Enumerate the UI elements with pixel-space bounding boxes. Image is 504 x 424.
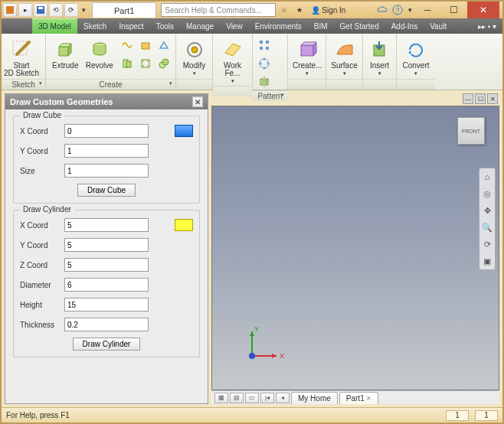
tab-environments[interactable]: Environments: [249, 18, 308, 34]
create-tool-5[interactable]: [137, 55, 154, 72]
view-mode-2[interactable]: ▤: [230, 393, 244, 403]
cyl-h-input[interactable]: [64, 298, 149, 311]
tab-view[interactable]: View: [220, 18, 249, 34]
title-bar: ▸ ⟲ ⟳ ▾ Part1 Search Help & Commands... …: [2, 2, 502, 18]
ribbon: Start 2D Sketch Sketch▾ Extrude Revolve: [2, 34, 502, 90]
nav-orbit-icon[interactable]: ⟳: [481, 238, 493, 250]
cyl-h-label: Height: [20, 301, 64, 309]
panel-header: Draw Custom Geometries ✕: [5, 94, 208, 109]
modify-button[interactable]: Modify▾: [179, 37, 209, 78]
pattern-mirror-button[interactable]: [256, 73, 273, 90]
document-tab[interactable]: Part1: [92, 2, 156, 18]
cyl-color-swatch[interactable]: [175, 219, 193, 231]
pattern-circ-button[interactable]: [256, 55, 273, 72]
sign-in-link[interactable]: 👤Sign In: [311, 6, 345, 15]
tab-inspect[interactable]: Inspect: [113, 18, 149, 34]
panel-close-button[interactable]: ✕: [192, 96, 203, 107]
insert-button[interactable]: Insert▾: [366, 37, 393, 78]
create-tool-4[interactable]: [119, 55, 136, 72]
nav-lookat-icon[interactable]: ▣: [481, 255, 493, 267]
view-first[interactable]: |◂: [260, 393, 274, 403]
qat-undo-icon[interactable]: ⟲: [49, 3, 63, 17]
create-tool-3[interactable]: [155, 37, 172, 54]
svg-marker-25: [272, 354, 277, 358]
tab-part1[interactable]: Part1 ✕: [339, 392, 379, 404]
nav-wheel-icon[interactable]: ◎: [481, 188, 493, 200]
tab-get-started[interactable]: Get Started: [334, 18, 385, 34]
view-mode-1[interactable]: ▦: [214, 393, 228, 403]
extrude-icon: [54, 38, 77, 61]
svg-rect-0: [6, 6, 14, 14]
status-help-text: For Help, press F1: [6, 411, 70, 419]
surface-button[interactable]: Surface▾: [329, 37, 359, 78]
help-icon[interactable]: ?: [391, 3, 404, 17]
qat-save-icon[interactable]: [34, 3, 47, 17]
view-mode-3[interactable]: ▭: [245, 393, 259, 403]
pattern-rect-button[interactable]: [256, 37, 273, 54]
viewport-maximize-button[interactable]: ☐: [475, 93, 486, 104]
window-minimize-button[interactable]: ─: [415, 2, 440, 18]
view-prev[interactable]: ◂: [276, 393, 290, 403]
nav-pan-icon[interactable]: ✥: [481, 204, 493, 217]
cyl-x-input[interactable]: [64, 218, 149, 232]
qat-app-icon[interactable]: [3, 3, 17, 17]
viewcube[interactable]: FRONT: [457, 117, 485, 145]
cube-size-label: Size: [20, 167, 64, 175]
qat-redo-icon[interactable]: ⟳: [64, 3, 78, 17]
ribbon-overflow-icon[interactable]: ▸▸ ▪ ▾: [472, 18, 502, 34]
draw-cylinder-button[interactable]: Draw Cylinder: [73, 338, 141, 351]
svg-point-28: [249, 353, 255, 359]
svg-rect-14: [260, 41, 263, 44]
search-dropdown-icon[interactable]: ☆: [277, 3, 291, 17]
surface-icon: [333, 38, 356, 61]
cube-size-input[interactable]: [64, 164, 149, 178]
tab-my-home[interactable]: My Home: [291, 392, 338, 404]
cyl-x-label: X Coord: [20, 221, 64, 230]
viewport-close-button[interactable]: ✕: [487, 93, 498, 104]
cube-color-swatch[interactable]: [175, 125, 193, 137]
revolve-icon: [88, 38, 111, 61]
svg-rect-9: [126, 61, 131, 67]
create-tool-2[interactable]: [137, 37, 154, 54]
ribbon-tabstrip: 3D Model Sketch Inspect Tools Manage Vie…: [2, 18, 502, 34]
model-viewport[interactable]: FRONT ⌂ ◎ ✥ 🔍 ⟳ ▣ X Y: [211, 106, 499, 390]
search-input[interactable]: Search Help & Commands...: [161, 3, 276, 17]
draw-cube-button[interactable]: Draw Cube: [77, 184, 136, 197]
svg-rect-15: [266, 41, 269, 44]
cube-x-input[interactable]: [64, 124, 149, 138]
tab-manage[interactable]: Manage: [180, 18, 220, 34]
create-tool-1[interactable]: [119, 37, 136, 54]
convert-button[interactable]: Convert▾: [400, 37, 432, 78]
help-dropdown-icon[interactable]: ▾: [406, 3, 414, 17]
create-tool-6[interactable]: [155, 55, 172, 72]
cyl-z-input[interactable]: [64, 258, 149, 272]
tab-add-ins[interactable]: Add-Ins: [385, 18, 424, 34]
work-features-button[interactable]: Work Fe...▾: [216, 37, 249, 86]
cyl-y-label: Y Coord: [20, 241, 64, 250]
tab-close-icon[interactable]: ✕: [366, 395, 371, 402]
svg-rect-7: [142, 43, 149, 49]
tab-vault[interactable]: Vault: [424, 18, 453, 34]
window-maximize-button[interactable]: ☐: [441, 2, 466, 18]
cyl-d-input[interactable]: [64, 278, 149, 292]
create-freeform-button[interactable]: Create...▾: [291, 37, 323, 78]
nav-home-icon[interactable]: ⌂: [481, 171, 493, 183]
tab-tools[interactable]: Tools: [150, 18, 180, 34]
cyl-t-input[interactable]: [64, 318, 149, 331]
start-2d-sketch-button[interactable]: Start 2D Sketch: [5, 37, 38, 79]
window-close-button[interactable]: ✕: [467, 2, 499, 18]
tab-sketch[interactable]: Sketch: [77, 18, 113, 34]
qat-dropdown-icon[interactable]: ▾: [80, 3, 87, 17]
tab-3d-model[interactable]: 3D Model: [32, 18, 77, 34]
custom-geometries-panel: Draw Custom Geometries ✕ Draw Cube X Coo…: [5, 93, 208, 404]
tab-bim[interactable]: BIM: [308, 18, 334, 34]
cube-y-input[interactable]: [64, 144, 149, 158]
favorite-icon[interactable]: ★: [293, 3, 306, 17]
cloud-icon[interactable]: [375, 3, 389, 17]
nav-zoom-icon[interactable]: 🔍: [481, 221, 493, 233]
cyl-y-input[interactable]: [64, 238, 149, 252]
extrude-button[interactable]: Extrude: [49, 37, 82, 71]
viewport-minimize-button[interactable]: —: [463, 93, 473, 104]
revolve-button[interactable]: Revolve: [83, 37, 116, 71]
qat-open-icon[interactable]: ▸: [18, 3, 32, 17]
